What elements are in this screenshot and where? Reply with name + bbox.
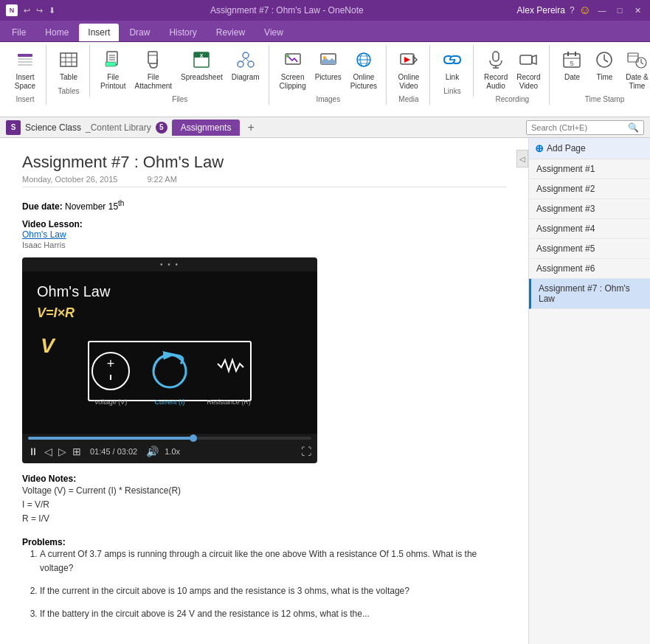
record-audio-label: RecordAudio xyxy=(484,73,508,91)
video-notes-section: Video Notes: Voltage (V) = Current (I) *… xyxy=(22,474,506,527)
online-video-button[interactable]: OnlineVideo xyxy=(394,46,423,92)
diagram-label: Diagram xyxy=(232,73,260,82)
file-printout-icon xyxy=(101,48,125,72)
volume-button[interactable]: 🔊 xyxy=(146,446,159,457)
diagram-button[interactable]: Diagram xyxy=(229,46,263,83)
page-item-3[interactable]: Assignment #3 xyxy=(529,199,650,219)
circuit-diagram: + Voltage (V) Current (I) xyxy=(66,330,273,426)
online-pictures-button[interactable]: OnlinePictures xyxy=(348,46,380,92)
spreadsheet-button[interactable]: X Spreadsheet xyxy=(178,46,226,83)
page-item-1[interactable]: Assignment #1 xyxy=(529,159,650,179)
time-display: 01:45 / 03:02 xyxy=(90,447,137,456)
record-audio-button[interactable]: RecordAudio xyxy=(481,46,511,92)
file-attachment-button[interactable]: FileAttachment xyxy=(131,46,175,92)
video-title: Ohm's Law xyxy=(37,283,110,300)
page-item-5[interactable]: Assignment #5 xyxy=(529,239,650,259)
onenote-icon: N xyxy=(6,4,18,16)
chapters-button[interactable]: ⊞ xyxy=(72,446,81,457)
problem-item-2: If the current in the circuit above is 1… xyxy=(40,584,506,598)
redo-button[interactable]: ↪ xyxy=(35,4,44,17)
tab-draw[interactable]: Draw xyxy=(120,24,159,41)
group-insert-label: Insert xyxy=(15,92,34,103)
table-button[interactable]: Table xyxy=(54,46,83,83)
spreadsheet-icon: X xyxy=(190,48,213,72)
notebook-name[interactable]: Science Class xyxy=(25,122,81,133)
page-item-2[interactable]: Assignment #2 xyxy=(529,179,650,199)
svg-rect-0 xyxy=(18,54,32,57)
add-page-button[interactable]: ⊕ Add Page xyxy=(529,138,650,159)
section-tab-assignments[interactable]: Assignments xyxy=(172,120,241,136)
add-section-button[interactable]: + xyxy=(244,121,257,134)
link-button[interactable]: Link xyxy=(438,46,467,83)
screen-clipping-label: ScreenClipping xyxy=(280,73,306,91)
page-item-4[interactable]: Assignment #4 xyxy=(529,219,650,239)
pictures-button[interactable]: Pictures xyxy=(312,46,345,83)
svg-point-19 xyxy=(243,52,249,58)
main-layout: ◁ Assignment #7 : Ohm's Law Monday, Octo… xyxy=(0,138,650,644)
online-video-icon xyxy=(397,48,421,72)
problem-list: A current Of 3.7 amps is running through… xyxy=(22,547,506,622)
group-media-label: Media xyxy=(398,92,418,103)
group-images-label: Images xyxy=(316,92,340,103)
online-video-label: OnlineVideo xyxy=(398,73,420,91)
svg-line-49 xyxy=(604,60,608,62)
video-progress-thumb xyxy=(190,434,197,442)
group-recording: RecordAudio RecordVideo Recording xyxy=(475,45,550,105)
fullscreen-button[interactable]: ⛶ xyxy=(301,446,311,457)
svg-marker-41 xyxy=(532,55,536,64)
date-label: Date xyxy=(564,73,580,82)
tab-insert[interactable]: Insert xyxy=(79,24,119,41)
page-item-6[interactable]: Assignment #6 xyxy=(529,259,650,279)
problems-label: Problems: xyxy=(22,537,66,547)
svg-text:Resistance (R): Resistance (R) xyxy=(207,398,251,406)
date-time-button[interactable]: Date &Time xyxy=(622,46,650,92)
tab-home[interactable]: Home xyxy=(36,24,77,41)
page-item-7[interactable]: Assignment #7 : Ohm's Law xyxy=(529,279,650,309)
minimize-button[interactable]: — xyxy=(595,4,609,17)
tab-history[interactable]: History xyxy=(160,24,205,41)
due-date-section: Due date: November 15th xyxy=(22,199,506,212)
table-label: Table xyxy=(60,73,77,82)
svg-rect-1 xyxy=(18,58,32,60)
screen-clipping-button[interactable]: ScreenClipping xyxy=(277,46,309,92)
search-input[interactable] xyxy=(531,123,625,132)
close-button[interactable]: ✕ xyxy=(631,4,644,17)
tab-file[interactable]: File xyxy=(3,24,35,41)
link-label: Link xyxy=(446,73,459,82)
page-collapse-button[interactable]: ◁ xyxy=(516,150,528,167)
group-recording-items: RecordAudio RecordVideo xyxy=(481,46,544,92)
date-button[interactable]: 5 Date xyxy=(557,46,587,83)
search-icon[interactable]: 🔍 xyxy=(628,122,639,133)
tab-view[interactable]: View xyxy=(255,24,292,41)
forward-button[interactable]: ▷ xyxy=(58,446,66,457)
page-meta: Monday, October 26, 2015 9:22 AM xyxy=(22,175,506,187)
maximize-button[interactable]: □ xyxy=(613,4,626,17)
help-button[interactable]: ? xyxy=(570,5,575,15)
problems-section: Problems: A current Of 3.7 amps is runni… xyxy=(22,537,506,622)
video-link[interactable]: Ohm's Law xyxy=(22,229,66,240)
group-tables: Table Tables xyxy=(48,45,90,97)
group-insert-items: InsertSpace xyxy=(10,46,40,92)
time-button[interactable]: Time xyxy=(590,46,619,83)
svg-rect-4 xyxy=(60,53,77,66)
insert-space-button[interactable]: InsertSpace xyxy=(10,46,40,92)
rewind-button[interactable]: ◁ xyxy=(44,446,52,457)
group-tables-label: Tables xyxy=(58,84,80,95)
app-title: Assignment #7 : Ohm's Law - OneNote xyxy=(57,5,517,15)
insert-space-icon xyxy=(13,48,37,72)
screen-clipping-icon xyxy=(281,48,305,72)
file-printout-button[interactable]: FilePrintout xyxy=(97,46,128,92)
group-insert: InsertSpace Insert xyxy=(4,45,46,105)
svg-text:Voltage (V): Voltage (V) xyxy=(94,398,128,406)
speed-display[interactable]: 1.0x xyxy=(165,447,180,456)
record-video-button[interactable]: RecordVideo xyxy=(514,46,543,92)
video-progress-bar[interactable] xyxy=(28,437,311,440)
undo-button[interactable]: ↩ xyxy=(22,4,32,17)
notebook-nav: S Science Class _Content Library 5 Assig… xyxy=(0,117,650,138)
tab-review[interactable]: Review xyxy=(207,24,254,41)
notebook-section: _Content Library xyxy=(86,122,151,133)
pictures-label: Pictures xyxy=(315,73,342,82)
file-attachment-icon xyxy=(142,48,165,72)
play-pause-button[interactable]: ⏸ xyxy=(28,446,38,457)
customize-button[interactable]: ⬇ xyxy=(47,4,57,17)
